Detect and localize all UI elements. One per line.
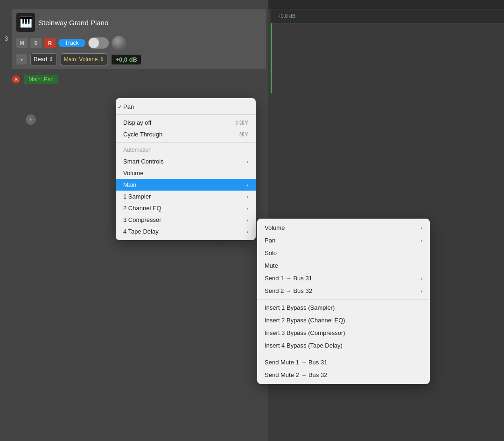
menu2-item-insert2[interactable]: Insert 2 Bypass (Channel EQ) bbox=[257, 314, 430, 327]
daw-db-label: +0,0 dB bbox=[278, 13, 295, 19]
playhead-line bbox=[271, 23, 272, 93]
menu2-item-pan[interactable]: Pan › bbox=[257, 234, 430, 247]
menu-item-main-label: Main bbox=[123, 181, 136, 188]
menu-item-channel-eq[interactable]: 2 Channel EQ › bbox=[116, 202, 256, 214]
menu-item-cycle-through-label: Cycle Through bbox=[123, 131, 162, 138]
menu2-separator-1 bbox=[257, 299, 430, 299]
toggle-knob bbox=[89, 38, 99, 48]
menu2-pan-label: Pan bbox=[265, 237, 275, 244]
menu-item-volume[interactable]: Volume bbox=[116, 167, 256, 179]
menu-item-cycle-through[interactable]: Cycle Through ⌘Y bbox=[116, 128, 256, 140]
expand-button[interactable]: ▾ bbox=[16, 54, 27, 64]
read-select-arrow-icon: ⇕ bbox=[49, 56, 54, 63]
menu2-solo-label: Solo bbox=[265, 249, 277, 256]
add-automation-button[interactable]: + bbox=[26, 114, 36, 125]
mute-button[interactable]: M bbox=[16, 38, 28, 48]
menu2-item-volume[interactable]: Volume › bbox=[257, 221, 430, 234]
context-menu-1: Pan Display off ⇧⌘Y Cycle Through ⌘Y Aut… bbox=[116, 98, 256, 240]
context-menu-2: Volume › Pan › Solo Mute Send 1 → Bus 31… bbox=[257, 219, 430, 384]
track-name: Steinway Grand Piano bbox=[39, 19, 261, 27]
menu-item-volume-label: Volume bbox=[123, 170, 143, 177]
menu2-item-sendmute1[interactable]: Send Mute 1 → Bus 31 bbox=[257, 356, 430, 369]
track-title-row: 🎹 Steinway Grand Piano bbox=[16, 13, 261, 32]
param-select-arrow-icon: ⇕ bbox=[99, 56, 104, 63]
compressor-arrow-icon: › bbox=[246, 217, 248, 223]
menu-item-compressor-label: 3 Compressor bbox=[123, 216, 161, 223]
menu2-mute-label: Mute bbox=[265, 262, 278, 269]
menu-item-main[interactable]: Main › bbox=[116, 179, 256, 191]
menu2-volume-arrow-icon: › bbox=[420, 225, 422, 231]
sampler-arrow-icon: › bbox=[246, 194, 248, 199]
read-select[interactable]: Read ⇕ bbox=[30, 53, 57, 65]
track-mode-button[interactable]: Track bbox=[58, 39, 85, 47]
volume-knob[interactable] bbox=[112, 36, 126, 50]
menu2-item-send2[interactable]: Send 2 → Bus 32 › bbox=[257, 285, 430, 297]
menu-section-automation: Automation bbox=[116, 144, 256, 156]
track-row2: ✕ Main: Pan bbox=[12, 75, 266, 84]
daw-ruler bbox=[271, 9, 504, 23]
track-controls-row: M S R Track bbox=[16, 36, 261, 50]
menu-separator-1 bbox=[116, 114, 256, 115]
menu2-insert3-label: Insert 3 Bypass (Compressor) bbox=[265, 329, 345, 336]
close-automation-button[interactable]: ✕ bbox=[12, 75, 20, 84]
channel-eq-arrow-icon: › bbox=[246, 206, 248, 211]
cycle-through-shortcut: ⌘Y bbox=[239, 131, 248, 138]
menu2-send2-arrow-icon: › bbox=[420, 288, 422, 294]
menu-item-display-off-label: Display off bbox=[123, 119, 151, 126]
menu2-insert1-label: Insert 1 Bypass (Sampler) bbox=[265, 304, 335, 311]
read-label: Read bbox=[34, 56, 47, 63]
menu2-item-send1[interactable]: Send 1 → Bus 31 › bbox=[257, 272, 430, 285]
menu2-separator-2 bbox=[257, 354, 430, 354]
menu2-volume-label: Volume bbox=[265, 224, 285, 231]
menu2-sendmute2-label: Send Mute 2 → Bus 32 bbox=[265, 371, 327, 378]
menu2-send1-label: Send 1 → Bus 31 bbox=[265, 275, 312, 282]
track-toggle[interactable] bbox=[88, 37, 109, 49]
menu-item-tape-delay[interactable]: 4 Tape Delay › bbox=[116, 226, 256, 237]
menu2-insert4-label: Insert 4 Bypass (Tape Delay) bbox=[265, 342, 343, 349]
solo-button[interactable]: S bbox=[30, 38, 42, 48]
track-automation-row: ▾ Read ⇕ Main: Volume ⇕ +0,0 dB bbox=[16, 53, 261, 65]
menu2-insert2-label: Insert 2 Bypass (Channel EQ) bbox=[265, 317, 345, 324]
menu-item-pan-label: Pan bbox=[123, 103, 134, 110]
menu-separator-2 bbox=[116, 142, 256, 142]
menu-item-compressor[interactable]: 3 Compressor › bbox=[116, 214, 256, 226]
track-icon: 🎹 bbox=[16, 13, 35, 32]
menu-item-smart-controls[interactable]: Smart Controls › bbox=[116, 156, 256, 167]
track-header: 🎹 Steinway Grand Piano M S R Track ▾ Rea… bbox=[12, 9, 266, 69]
menu-item-sampler-label: 1 Sampler bbox=[123, 193, 151, 200]
add-icon: + bbox=[29, 116, 33, 123]
close-icon: ✕ bbox=[14, 77, 18, 83]
menu2-item-mute[interactable]: Mute bbox=[257, 259, 430, 272]
menu-item-display-off[interactable]: Display off ⇧⌘Y bbox=[116, 117, 256, 128]
menu2-sendmute1-label: Send Mute 1 → Bus 31 bbox=[265, 359, 327, 366]
piano-icon: 🎹 bbox=[20, 16, 32, 28]
tape-delay-arrow-icon: › bbox=[246, 229, 248, 235]
db-value: +0,0 dB bbox=[111, 54, 141, 65]
menu2-item-sendmute2[interactable]: Send Mute 2 → Bus 32 bbox=[257, 369, 430, 381]
menu2-send2-label: Send 2 → Bus 32 bbox=[265, 287, 312, 294]
record-button[interactable]: R bbox=[44, 38, 56, 48]
menu2-item-insert1[interactable]: Insert 1 Bypass (Sampler) bbox=[257, 301, 430, 314]
main-pan-label[interactable]: Main: Pan bbox=[24, 75, 58, 84]
param-label: Main: Volume bbox=[64, 56, 98, 63]
menu2-pan-arrow-icon: › bbox=[420, 238, 422, 243]
main-arrow-icon: › bbox=[246, 182, 248, 188]
menu2-item-solo[interactable]: Solo bbox=[257, 247, 430, 259]
menu-item-tape-delay-label: 4 Tape Delay bbox=[123, 228, 159, 235]
menu2-item-insert4[interactable]: Insert 4 Bypass (Tape Delay) bbox=[257, 339, 430, 352]
param-select[interactable]: Main: Volume ⇕ bbox=[61, 53, 108, 65]
chevron-down-icon: ▾ bbox=[21, 57, 23, 62]
menu-item-sampler[interactable]: 1 Sampler › bbox=[116, 191, 256, 202]
track-number: 3 bbox=[5, 35, 8, 42]
menu-item-pan[interactable]: Pan bbox=[116, 101, 256, 113]
menu2-item-insert3[interactable]: Insert 3 Bypass (Compressor) bbox=[257, 327, 430, 339]
menu-item-smart-controls-label: Smart Controls bbox=[123, 158, 164, 165]
smart-controls-arrow-icon: › bbox=[246, 159, 248, 164]
display-off-shortcut: ⇧⌘Y bbox=[234, 120, 248, 126]
menu2-send1-arrow-icon: › bbox=[420, 276, 422, 281]
menu-item-channel-eq-label: 2 Channel EQ bbox=[123, 205, 161, 212]
